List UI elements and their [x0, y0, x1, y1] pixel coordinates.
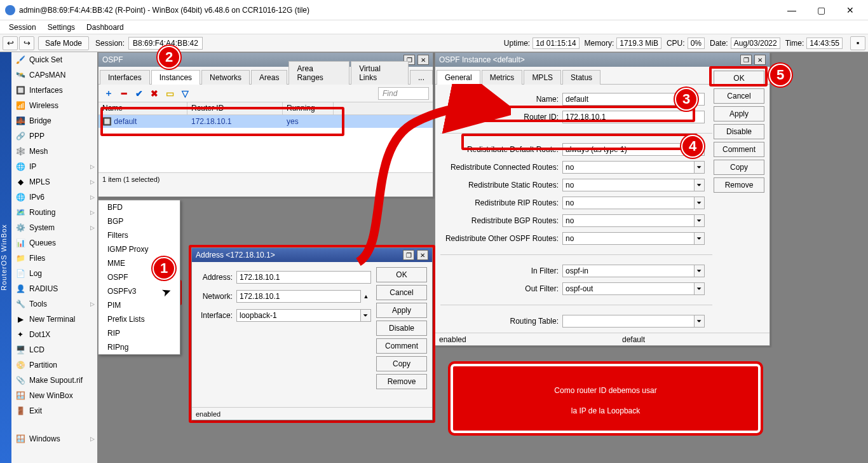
sidebar-item[interactable]: ⚙️System▷: [11, 220, 97, 235]
address-window-titlebar[interactable]: Address <172.18.10.1> ❐ ✕: [192, 248, 432, 262]
ok-button[interactable]: OK: [376, 267, 427, 282]
menu-settings[interactable]: Settings: [43, 22, 80, 33]
sidebar-item[interactable]: 📎Make Supout.rif: [11, 373, 97, 388]
sidebar-item[interactable]: 🕸️Mesh: [11, 144, 97, 159]
disable-button[interactable]: Disable: [714, 124, 764, 139]
close-button[interactable]: ✕: [841, 5, 859, 15]
tab-status[interactable]: Status: [562, 70, 600, 85]
sidebar-item[interactable]: 🌐IP▷: [11, 159, 97, 174]
submenu-item[interactable]: OSPFv3: [98, 284, 180, 298]
remove-button[interactable]: Remove: [376, 374, 427, 389]
routerid-input[interactable]: 172.18.10.1: [562, 111, 705, 123]
sidebar-item[interactable]: 📁Files: [11, 251, 97, 266]
tab-more[interactable]: ...: [410, 70, 433, 85]
submenu-item[interactable]: PIM: [98, 298, 180, 312]
ok-button[interactable]: OK: [714, 71, 764, 86]
cancel-button[interactable]: Cancel: [376, 285, 427, 300]
collapse-icon[interactable]: ▲: [361, 290, 371, 303]
sidebar-item[interactable]: 🪟Windows▷: [11, 431, 97, 446]
sidebar-item[interactable]: 📄Log: [11, 266, 97, 281]
undo-button[interactable]: ↩: [3, 36, 18, 50]
sidebar-item[interactable]: 🗺️Routing▷: [11, 205, 97, 220]
redist-bgp-select[interactable]: no: [562, 214, 695, 227]
tab-mpls[interactable]: MPLS: [524, 70, 561, 85]
apply-button[interactable]: Apply: [714, 106, 764, 121]
outfilter-select[interactable]: ospf-out: [562, 282, 695, 295]
remove-button[interactable]: Remove: [714, 177, 764, 193]
submenu-item[interactable]: BFD: [98, 200, 180, 214]
tab-networks[interactable]: Networks: [201, 70, 250, 85]
dropdown-icon[interactable]: ⏷: [695, 143, 705, 156]
instance-dock-button[interactable]: ❐: [740, 55, 752, 65]
sidebar-item[interactable]: 🌐IPv6▷: [11, 190, 97, 205]
dropdown-icon[interactable]: ⏷: [361, 309, 371, 322]
redist-rip-select[interactable]: no: [562, 197, 695, 209]
sidebar-item[interactable]: 🌉Bridge: [11, 113, 97, 128]
col-running-header[interactable]: Running: [283, 102, 334, 114]
copy-button[interactable]: Copy: [714, 160, 764, 175]
dropdown-icon[interactable]: ⏷: [695, 179, 705, 191]
submenu-item[interactable]: BGP: [98, 214, 180, 228]
safe-mode-button[interactable]: Safe Mode: [38, 36, 89, 50]
comment-button[interactable]: Comment: [376, 338, 427, 354]
find-input[interactable]: Find: [378, 87, 429, 100]
sidebar-item[interactable]: 📀Partition: [11, 357, 97, 373]
address-input[interactable]: 172.18.10.1: [236, 271, 371, 284]
sidebar-item[interactable]: 👤RADIUS: [11, 281, 97, 296]
submenu-item[interactable]: RIPng: [98, 340, 180, 354]
sidebar-item[interactable]: 📊Queues: [11, 235, 97, 251]
disable-button[interactable]: ✖: [148, 87, 161, 100]
redo-button[interactable]: ↪: [19, 36, 34, 50]
dropdown-icon[interactable]: ⏷: [695, 232, 705, 245]
sidebar-item[interactable]: 📶Wireless: [11, 98, 97, 113]
tab-interfaces[interactable]: Interfaces: [100, 70, 150, 85]
minimize-button[interactable]: —: [783, 5, 801, 15]
remove-button[interactable]: ━: [118, 87, 130, 100]
maximize-button[interactable]: ▢: [812, 5, 830, 15]
redist-conn-select[interactable]: no: [562, 161, 695, 174]
sidebar-item[interactable]: ◆MPLS▷: [11, 174, 97, 190]
infilter-select[interactable]: ospf-in: [562, 265, 695, 277]
enable-button[interactable]: ✔: [133, 87, 146, 100]
name-input[interactable]: default: [562, 93, 705, 106]
menu-session[interactable]: Session: [4, 22, 41, 33]
submenu-item[interactable]: OSPF: [98, 270, 180, 284]
sidebar-item[interactable]: 🛰️CAPsMAN: [11, 67, 97, 83]
dropdown-icon[interactable]: ⏷: [695, 282, 705, 295]
rt-select[interactable]: [562, 315, 695, 328]
comment-button[interactable]: ▭: [163, 87, 176, 100]
sidebar-item[interactable]: 🔲Interfaces: [11, 83, 97, 98]
address-close-button[interactable]: ✕: [417, 250, 428, 260]
dropdown-icon[interactable]: ⏷: [695, 214, 705, 227]
instance-window-titlebar[interactable]: OSPF Instance <default> ❐ ✕: [435, 53, 770, 67]
sidebar-item[interactable]: ✦Dot1X: [11, 327, 97, 342]
address-dock-button[interactable]: ❐: [403, 250, 414, 260]
submenu-item[interactable]: Prefix Lists: [98, 312, 180, 326]
submenu-item[interactable]: IGMP Proxy: [98, 242, 180, 256]
comment-button[interactable]: Comment: [714, 142, 764, 157]
sidebar-item[interactable]: 🔧Tools▷: [11, 296, 97, 312]
ospf-close-button[interactable]: ✕: [417, 55, 429, 65]
add-button[interactable]: ＋: [102, 87, 115, 100]
submenu-item[interactable]: Filters: [98, 228, 180, 242]
dropdown-icon[interactable]: ⏷: [695, 197, 705, 209]
submenu-item[interactable]: MME: [98, 256, 180, 270]
apply-button[interactable]: Apply: [376, 303, 427, 318]
sidebar-item[interactable]: 🪟New WinBox: [11, 388, 97, 403]
submenu-item[interactable]: RIP: [98, 326, 180, 340]
redist-ospf-select[interactable]: no: [562, 232, 695, 245]
redist-default-select[interactable]: always (as type 1): [562, 143, 695, 156]
tab-area-ranges[interactable]: Area Ranges: [288, 61, 349, 85]
dropdown-icon[interactable]: ⏷: [695, 265, 705, 277]
sidebar-item[interactable]: 🖥️LCD: [11, 342, 97, 357]
tab-general[interactable]: General: [437, 70, 480, 85]
filter-button[interactable]: ▽: [179, 87, 191, 100]
sidebar-item[interactable]: 🚪Exit: [11, 403, 97, 418]
instance-close-button[interactable]: ✕: [754, 55, 766, 65]
col-routerid-header[interactable]: Router ID: [187, 102, 283, 114]
network-input[interactable]: 172.18.10.1: [236, 290, 361, 303]
redist-static-select[interactable]: no: [562, 179, 695, 191]
dropdown-icon[interactable]: ⏷: [695, 161, 705, 174]
tab-instances[interactable]: Instances: [151, 70, 200, 85]
tab-virtual-links[interactable]: Virtual Links: [351, 61, 409, 85]
